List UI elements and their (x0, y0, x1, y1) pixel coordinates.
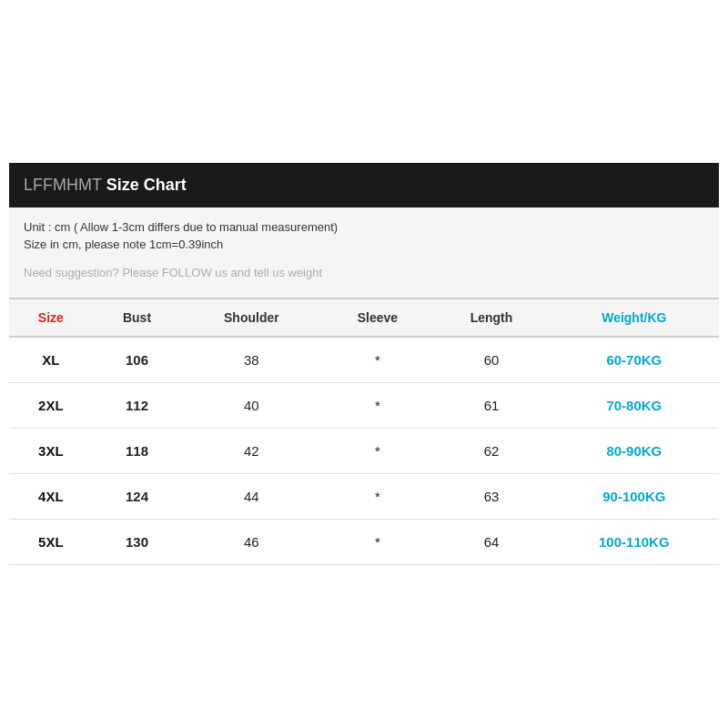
brand-name: LFFMHMT (24, 176, 102, 194)
suggestion-line: Need suggestion? Please FOLLOW us and te… (24, 266, 704, 279)
col-shoulder: Shoulder (181, 299, 321, 337)
col-size: Size (9, 299, 93, 337)
size-line: Size in cm, please note 1cm=0.39inch (24, 238, 704, 251)
info-section: Unit : cm ( Allow 1-3cm differs due to m… (9, 207, 719, 299)
col-weight: Weight/KG (550, 299, 719, 337)
size-table: Size Bust Shoulder Sleeve Length Weight/… (9, 299, 719, 565)
table-header-row: Size Bust Shoulder Sleeve Length Weight/… (9, 299, 719, 337)
col-bust: Bust (93, 299, 182, 337)
unit-line: Unit : cm ( Allow 1-3cm differs due to m… (24, 220, 704, 234)
size-chart-container: LFFMHMT Size Chart Unit : cm ( Allow 1-3… (9, 163, 719, 565)
col-sleeve: Sleeve (321, 299, 433, 337)
chart-title: Size Chart (106, 176, 187, 194)
table-row: XL10638*6060-70KG (9, 337, 719, 383)
chart-header: LFFMHMT Size Chart (9, 163, 719, 207)
col-length: Length (433, 299, 549, 337)
table-row: 2XL11240*6170-80KG (9, 383, 719, 429)
table-row: 4XL12444*6390-100KG (9, 474, 719, 520)
table-row: 5XL13046*64100-110KG (9, 520, 719, 565)
table-row: 3XL11842*6280-90KG (9, 429, 719, 474)
